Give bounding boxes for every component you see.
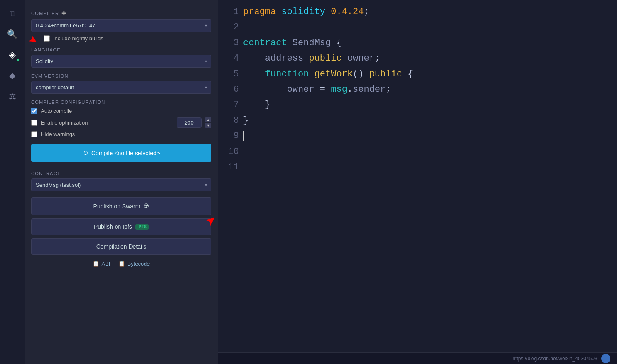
icon-sidebar: ⧉ 🔍 ◈ ◆ ⚖ [0, 0, 25, 364]
search-icon: 🔍 [7, 29, 17, 39]
auto-compile-row: Auto compile [31, 108, 211, 114]
contract-section-label: CONTRACT [31, 171, 211, 176]
refresh-icon: ↻ [83, 149, 88, 157]
copy-icon-2: 📋 [118, 261, 125, 267]
sidebar-deploy-btn[interactable]: ◆ [3, 66, 22, 85]
deploy-icon: ◆ [9, 71, 15, 81]
compile-button[interactable]: ↻ Compile <no file selected> [31, 144, 211, 162]
settings-icon: ⚖ [9, 91, 16, 101]
auto-compile-label: Auto compile [41, 108, 72, 114]
optimization-stepper: ▲ ▼ [205, 117, 211, 128]
abi-link[interactable]: 📋 ABI [93, 261, 110, 267]
compile-diamond-icon: ◈ [9, 49, 16, 60]
red-arrow-annotation: ➤ [27, 33, 39, 46]
optimization-decrement-btn[interactable]: ▼ [205, 123, 211, 128]
compiler-section-label: COMPILER ✚ [31, 10, 211, 17]
sidebar-files-btn[interactable]: ⧉ [3, 4, 22, 22]
include-nightly-row: ➤ Include nightly builds [44, 35, 211, 42]
evm-section-label: EVM VERSION [31, 73, 211, 78]
sidebar-search-btn[interactable]: 🔍 [3, 25, 22, 43]
compiler-panel: COMPILER ✚ 0.4.24+commit.e67f0147 ➤ Incl… [25, 0, 218, 364]
add-compiler-icon[interactable]: ✚ [61, 10, 67, 17]
files-icon: ⧉ [10, 9, 15, 18]
evm-select-wrapper: compiler default byzantium constantinopl… [31, 81, 211, 94]
sidebar-compile-btn[interactable]: ◈ [3, 46, 22, 64]
enable-optimization-checkbox[interactable] [31, 120, 37, 126]
optimization-increment-btn[interactable]: ▲ [205, 117, 211, 122]
compilation-details-button[interactable]: Compilation Details [31, 238, 211, 255]
bottom-links: 📋 ABI 📋 Bytecode [31, 261, 211, 267]
code-editor: 1234567891011 pragma solidity 0.4.24; co… [218, 0, 617, 364]
avatar-icon [601, 354, 610, 363]
hide-warnings-row: Hide warnings [31, 131, 211, 137]
language-select[interactable]: Solidity Yul [31, 55, 211, 68]
compiler-version-wrapper: 0.4.24+commit.e67f0147 [31, 19, 211, 32]
contract-select[interactable]: SendMsg (test.sol) [31, 178, 211, 191]
enable-optimization-label: Enable optimization [41, 120, 173, 126]
evm-version-select[interactable]: compiler default byzantium constantinopl… [31, 81, 211, 94]
language-select-wrapper: Solidity Yul [31, 55, 211, 68]
include-nightly-checkbox[interactable] [44, 35, 50, 42]
url-display: https://blog.csdn.net/weixin_45304503 [513, 356, 597, 362]
line-numbers: 1234567891011 [218, 4, 243, 348]
code-text[interactable]: pragma solidity 0.4.24; contract SendMsg… [243, 4, 617, 348]
swarm-icon: ☢ [143, 202, 149, 210]
status-bar: https://blog.csdn.net/weixin_45304503 [218, 352, 617, 364]
hide-warnings-checkbox[interactable] [31, 131, 37, 137]
sidebar-settings-btn[interactable]: ⚖ [3, 87, 22, 105]
code-content: 1234567891011 pragma solidity 0.4.24; co… [218, 0, 617, 352]
publish-swarm-button[interactable]: Publish on Swarm ☢ ➤ [31, 197, 211, 215]
language-section-label: LANGUAGE [31, 47, 211, 52]
hide-warnings-label: Hide warnings [41, 131, 75, 137]
publish-ipfs-button[interactable]: Publish on Ipfs IPFS [31, 218, 211, 235]
enable-optimization-row: Enable optimization ▲ ▼ [31, 117, 211, 128]
bytecode-link[interactable]: 📋 Bytecode [118, 261, 150, 267]
auto-compile-checkbox[interactable] [31, 108, 37, 114]
compiler-version-select[interactable]: 0.4.24+commit.e67f0147 [31, 19, 211, 32]
ipfs-badge: IPFS [135, 224, 149, 230]
active-badge [16, 58, 20, 62]
include-nightly-label: Include nightly builds [53, 35, 103, 42]
config-section-label: COMPILER CONFIGURATION [31, 100, 211, 105]
optimization-value-input[interactable] [177, 117, 202, 128]
contract-select-wrapper: SendMsg (test.sol) [31, 178, 211, 191]
copy-icon: 📋 [93, 261, 99, 267]
